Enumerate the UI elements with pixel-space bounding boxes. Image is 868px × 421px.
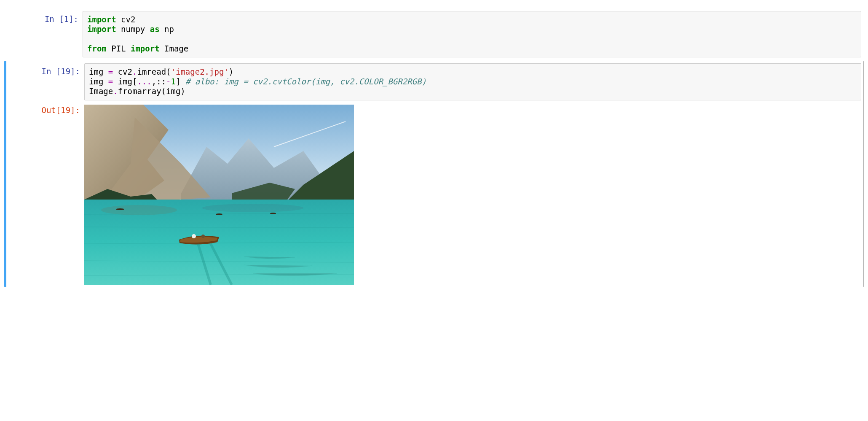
- input-prompt: In [19]:: [8, 67, 80, 76]
- code-text: PIL: [107, 44, 131, 53]
- output-content: [84, 102, 861, 285]
- cell-input-area: import cv2 import numpy as np from PIL i…: [83, 11, 861, 57]
- cell-output-row: Out[19]:: [8, 100, 861, 285]
- code-editor[interactable]: img = cv2.imread('image2.jpg') img = img…: [84, 63, 861, 100]
- notebook-cell-selected: In [19]: img = cv2.imread('image2.jpg') …: [4, 61, 864, 287]
- comment: # albo: img = cv2.cvtColor(img, cv2.COLO…: [185, 77, 426, 86]
- code-editor[interactable]: import cv2 import numpy as np from PIL i…: [83, 11, 861, 57]
- cell-prompt-area: In [19]:: [8, 63, 84, 100]
- svg-point-9: [202, 204, 303, 212]
- operator: ...: [137, 77, 151, 86]
- cell-prompt-area: In [1]:: [7, 11, 83, 57]
- notebook-cell: In [1]: import cv2 import numpy as np fr…: [4, 8, 864, 60]
- svg-point-11: [216, 213, 222, 215]
- keyword: as: [150, 24, 160, 34]
- cell-input-area: img = cv2.imread('image2.jpg') img = img…: [84, 63, 861, 100]
- cell-prompt-area: Out[19]:: [8, 102, 84, 285]
- code-text: img: [89, 67, 108, 76]
- code-text: img[: [113, 77, 137, 86]
- code-text: np: [160, 24, 174, 34]
- keyword: from: [87, 44, 107, 53]
- keyword: import: [87, 24, 116, 34]
- code-text: numpy: [116, 24, 150, 34]
- code-text: imread(: [137, 67, 171, 76]
- svg-point-13: [192, 234, 196, 238]
- operator: =: [108, 77, 113, 86]
- output-prompt: Out[19]:: [8, 105, 80, 115]
- string-literal: 'image2.jpg': [171, 67, 229, 76]
- operator: -: [166, 77, 171, 86]
- code-text: img: [89, 77, 108, 86]
- code-text: fromarray(img): [118, 86, 185, 96]
- keyword: import: [87, 15, 116, 24]
- operator: =: [108, 67, 113, 76]
- cell-output-area: [84, 102, 861, 285]
- svg-point-8: [101, 205, 177, 215]
- operator: .: [113, 86, 118, 96]
- code-text: cv2: [113, 67, 132, 76]
- keyword: import: [131, 44, 160, 53]
- operator: .: [132, 67, 137, 76]
- svg-point-10: [116, 208, 124, 210]
- svg-point-12: [270, 213, 276, 214]
- code-text: Image: [160, 44, 189, 53]
- output-image: [84, 105, 354, 285]
- svg-point-14: [201, 235, 205, 238]
- code-text: Image: [89, 86, 113, 96]
- code-text: ,::: [152, 77, 166, 86]
- input-prompt: In [1]:: [9, 14, 78, 24]
- number: 1: [171, 77, 176, 86]
- code-text: cv2: [116, 15, 136, 24]
- code-text: ]: [176, 77, 185, 86]
- code-text: ): [229, 67, 233, 76]
